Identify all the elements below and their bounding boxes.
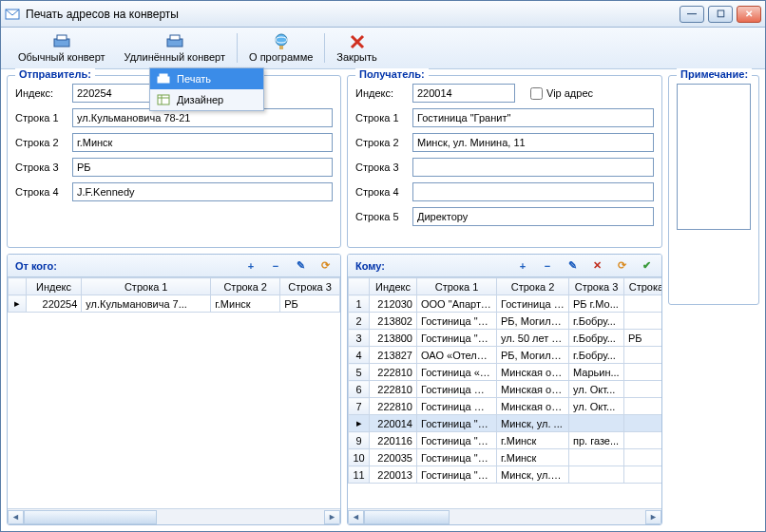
to-grid: Кому: + − ✎ ✕ ⟳ ✔ Индекс Строка 1 xyxy=(347,254,662,525)
recipient-line2-input[interactable] xyxy=(412,133,654,152)
note-title: Примечание: xyxy=(677,68,752,80)
table-row[interactable]: 9220116Гостиница "Зв...г.Минскпр. газе..… xyxy=(349,432,662,449)
recipient-line5-input[interactable] xyxy=(412,207,654,226)
recipient-title: Получатель: xyxy=(355,68,429,80)
recipient-index-input[interactable] xyxy=(412,84,515,103)
sender-line1-input[interactable] xyxy=(72,108,333,127)
sender-title: Отправитель: xyxy=(15,68,95,80)
envelope-dropdown: Печать Дизайнер xyxy=(149,67,264,111)
dropdown-print[interactable]: Печать xyxy=(150,68,263,89)
table-row[interactable]: 5222810Гостиница «У...Минская об...Марьи… xyxy=(349,364,662,381)
titlebar: Печать адресов на конверты — ☐ ✕ xyxy=(1,1,765,28)
recipient-group: Получатель: Индекс: Vip адрес Строка 1 С… xyxy=(347,75,662,248)
accept-button[interactable]: ✔ xyxy=(639,258,654,274)
table-row[interactable]: 2213802Гостиница "Ф...РБ, Могилёв...г.Бо… xyxy=(349,313,662,330)
to-grid-title: Кому: xyxy=(355,260,385,272)
table-row[interactable]: 11220013Гостиница "С...Минск, ул.Я...Дир… xyxy=(349,466,662,484)
note-textarea[interactable] xyxy=(677,84,751,230)
designer-icon xyxy=(156,92,171,107)
from-hscroll[interactable]: ◄► xyxy=(8,508,340,524)
table-row[interactable]: 3213800Гостиница "Ю...ул. 50 лет В...г.Б… xyxy=(349,330,662,347)
close-icon xyxy=(348,33,367,50)
print-icon xyxy=(156,71,171,86)
sender-line4-input[interactable] xyxy=(72,182,333,201)
cancel-button[interactable]: ✕ xyxy=(589,258,604,274)
svg-point-5 xyxy=(276,34,287,46)
about-button[interactable]: О программе xyxy=(239,29,322,66)
recipient-line4-input[interactable] xyxy=(412,182,654,201)
svg-rect-7 xyxy=(279,46,283,49)
exit-button[interactable]: Закрыть xyxy=(327,29,386,66)
to-hscroll[interactable]: ◄► xyxy=(348,508,661,524)
long-envelope-button[interactable]: Удлинённый конверт xyxy=(115,29,235,66)
delete-button[interactable]: − xyxy=(540,258,555,274)
table-row[interactable]: ▸220014Гостиница "Гр...Минск, ул. ...Дир… xyxy=(349,415,662,432)
table-row[interactable]: ▸ 220254 ул.Кульмановича 7... г.Минск РБ xyxy=(9,295,340,313)
edit-button[interactable]: ✎ xyxy=(565,258,580,274)
note-group: Примечание: xyxy=(668,75,759,305)
table-row[interactable]: 10220035Гостиница "Ви...г.МинскДире... xyxy=(349,449,662,466)
table-row[interactable]: 6222810Гостиница Ма...Минская об...ул. О… xyxy=(349,381,662,398)
table-row[interactable]: 1212030ООО "Апарта...Гостиница "...РБ г.… xyxy=(349,295,662,313)
refresh-button[interactable]: ⟳ xyxy=(614,258,629,274)
svg-rect-9 xyxy=(160,74,167,78)
minimize-button[interactable]: — xyxy=(680,6,704,23)
app-window: Печать адресов на конверты — ☐ ✕ Обычный… xyxy=(0,0,766,532)
svg-rect-10 xyxy=(158,95,169,104)
from-table[interactable]: Индекс Строка 1 Строка 2 Строка 3 ▸ 2202… xyxy=(8,277,340,313)
add-button[interactable]: + xyxy=(243,258,259,274)
row-marker: ▸ xyxy=(9,295,27,313)
sender-line2-input[interactable] xyxy=(72,133,333,152)
app-icon xyxy=(5,7,20,22)
close-button[interactable]: ✕ xyxy=(737,6,761,23)
table-row[interactable]: 7222810Гостиница Ма...Минская об...ул. О… xyxy=(349,398,662,415)
to-table[interactable]: Индекс Строка 1 Строка 2 Строка 3 Строка… xyxy=(348,277,661,484)
delete-button[interactable]: − xyxy=(268,258,283,274)
window-title: Печать адресов на конверты xyxy=(26,8,680,21)
sender-line3-input[interactable] xyxy=(72,158,333,177)
svg-rect-2 xyxy=(57,35,67,40)
edit-button[interactable]: ✎ xyxy=(293,258,308,274)
from-grid-title: От кого: xyxy=(15,260,57,272)
recipient-line3-input[interactable] xyxy=(412,158,654,177)
from-grid: От кого: + − ✎ ⟳ Индекс Строка 1 Строка … xyxy=(7,254,341,525)
svg-rect-4 xyxy=(170,35,180,40)
vip-checkbox[interactable]: Vip адрес xyxy=(530,87,593,100)
table-row[interactable]: 4213827ОАО «Отель "...РБ, Могилёв...г.Бо… xyxy=(349,347,662,364)
refresh-button[interactable]: ⟳ xyxy=(317,258,333,274)
maximize-button[interactable]: ☐ xyxy=(708,6,733,23)
normal-envelope-button[interactable]: Обычный конверт xyxy=(9,29,115,66)
add-button[interactable]: + xyxy=(515,258,530,274)
printer-icon xyxy=(52,33,71,50)
toolbar: Обычный конверт Удлинённый конверт О про… xyxy=(1,28,765,69)
globe-icon xyxy=(272,33,291,50)
dropdown-designer[interactable]: Дизайнер xyxy=(150,89,263,110)
printer-icon xyxy=(165,33,184,50)
recipient-line1-input[interactable] xyxy=(412,108,654,127)
